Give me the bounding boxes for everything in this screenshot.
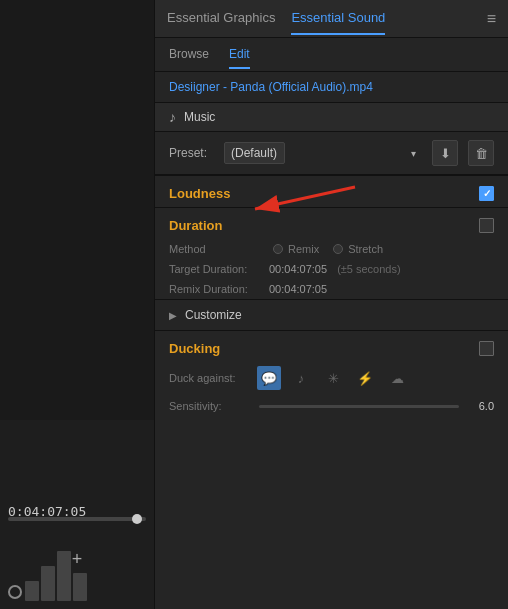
duck-against-label: Duck against: (169, 372, 249, 384)
preset-select[interactable]: (Default) (224, 142, 285, 164)
bars-area (0, 529, 154, 609)
remix-radio[interactable]: Remix (273, 243, 319, 255)
preset-save-button[interactable]: ⬇ (432, 140, 458, 166)
ducking-section: Ducking Duck against: 💬 ♪ ✳ ⚡ ☁ Sensitiv… (155, 331, 508, 418)
sub-tab-edit[interactable]: Edit (229, 41, 250, 69)
menu-icon[interactable]: ≡ (487, 10, 496, 28)
customize-row[interactable]: ▶ Customize (155, 300, 508, 330)
duration-title: Duration (169, 218, 222, 233)
duration-header: Duration (155, 208, 508, 239)
right-panel: Essential Graphics Essential Sound ≡ Bro… (155, 0, 508, 609)
top-tabs: Essential Graphics Essential Sound ≡ (155, 0, 508, 38)
filename-text: Desiigner - Panda (Official Audio).mp4 (169, 80, 373, 94)
tab-essential-graphics[interactable]: Essential Graphics (167, 2, 275, 35)
bar-3 (57, 551, 71, 601)
save-icon: ⬇ (440, 146, 451, 161)
duck-icon-ambience1[interactable]: ⚡ (353, 366, 377, 390)
sub-tab-browse[interactable]: Browse (169, 41, 209, 69)
method-label: Method (169, 243, 259, 255)
sub-tabs: Browse Edit (155, 38, 508, 72)
duck-against-row: Duck against: 💬 ♪ ✳ ⚡ ☁ (155, 362, 508, 394)
remix-radio-circle (273, 244, 283, 254)
target-duration-row: Target Duration: 00:04:07:05 (±5 seconds… (155, 259, 508, 279)
loudness-title: Loudness (169, 186, 230, 201)
loudness-checkbox[interactable] (479, 186, 494, 201)
stretch-radio-circle (333, 244, 343, 254)
tab-essential-sound[interactable]: Essential Sound (291, 2, 385, 35)
bar-4 (73, 573, 87, 601)
timeline-slider-thumb[interactable] (132, 514, 142, 524)
music-type-label: Music (184, 110, 215, 124)
remix-duration-row: Remix Duration: 00:04:07:05 (155, 279, 508, 299)
duck-icon-dialogue[interactable]: 💬 (257, 366, 281, 390)
timeline-slider-track[interactable] (8, 517, 146, 521)
left-panel: 0:04:07:05 + (0, 0, 155, 609)
duck-icon-music[interactable]: ♪ (289, 366, 313, 390)
remix-duration-label: Remix Duration: (169, 283, 259, 295)
remix-duration-value: 00:04:07:05 (269, 283, 327, 295)
ducking-header: Ducking (155, 331, 508, 362)
preset-select-wrapper: (Default) (224, 142, 422, 164)
sensitivity-value: 6.0 (469, 400, 494, 412)
plus-minus-value: (±5 seconds) (337, 263, 401, 275)
duck-icon-ambience2[interactable]: ☁ (385, 366, 409, 390)
filename-bar: Desiigner - Panda (Official Audio).mp4 (155, 72, 508, 103)
loudness-header: Loudness (155, 176, 508, 207)
delete-icon: 🗑 (475, 146, 488, 161)
customize-label: Customize (185, 308, 242, 322)
method-row: Method Remix Stretch (155, 239, 508, 259)
preset-row: Preset: (Default) ⬇ 🗑 (155, 132, 508, 175)
duration-checkbox[interactable] (479, 218, 494, 233)
preset-delete-button[interactable]: 🗑 (468, 140, 494, 166)
music-type-bar: ♪ Music (155, 103, 508, 132)
sensitivity-row: Sensitivity: 6.0 (155, 394, 508, 418)
stretch-radio[interactable]: Stretch (333, 243, 383, 255)
knob[interactable] (8, 585, 22, 599)
timeline-area (0, 0, 154, 420)
content-area: Desiigner - Panda (Official Audio).mp4 ♪… (155, 72, 508, 609)
sensitivity-slider[interactable] (259, 405, 459, 408)
remix-label: Remix (288, 243, 319, 255)
stretch-label: Stretch (348, 243, 383, 255)
chevron-right-icon: ▶ (169, 310, 177, 321)
bar-1 (25, 581, 39, 601)
ducking-title: Ducking (169, 341, 220, 356)
duck-icon-sfx[interactable]: ✳ (321, 366, 345, 390)
loudness-section-wrapper: Loudness (155, 176, 508, 207)
preset-label: Preset: (169, 146, 214, 160)
ducking-checkbox[interactable] (479, 341, 494, 356)
target-duration-value: 00:04:07:05 (269, 263, 327, 275)
music-note-icon: ♪ (169, 109, 176, 125)
sensitivity-label: Sensitivity: (169, 400, 249, 412)
target-duration-label: Target Duration: (169, 263, 259, 275)
duration-section: Duration Method Remix Stretch Target Dur… (155, 208, 508, 299)
bar-2 (41, 566, 55, 601)
